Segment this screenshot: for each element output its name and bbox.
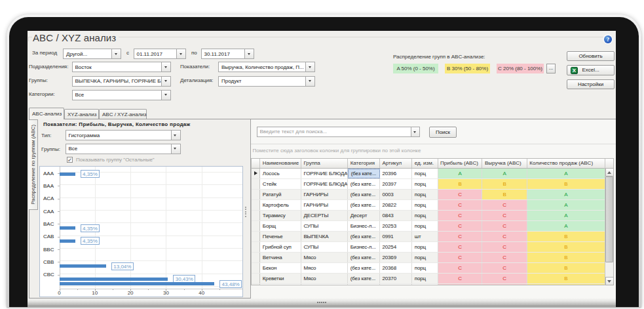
cell-name[interactable]: Стейк (260, 179, 301, 189)
cell-group[interactable]: СУПЫ (301, 221, 348, 231)
column-header[interactable]: ед. изм. (412, 159, 438, 168)
cell-sku[interactable]: 20396 (380, 169, 412, 178)
cell-revenue[interactable]: C (482, 274, 527, 283)
cell-sales[interactable]: B (527, 179, 605, 189)
cell-revenue[interactable]: C (482, 263, 527, 273)
vertical-scrollbar[interactable] (605, 168, 614, 285)
table-row[interactable]: БеконМясо(без кате...20368порцCCB (252, 263, 613, 274)
cell-sales[interactable]: A (527, 211, 605, 220)
chevron-down-icon[interactable] (176, 49, 185, 58)
cell-name[interactable]: Борщ (260, 221, 301, 231)
cell-category[interactable]: Бизнес-л... (348, 221, 380, 231)
table-row[interactable]: ПеченьеВЫПЕЧКА(без кате...0991штCCB (252, 232, 613, 242)
cell-category[interactable]: (без кате... (348, 263, 380, 273)
chevron-down-icon[interactable] (305, 77, 314, 86)
cell-group[interactable]: ГАРНИРЫ (301, 200, 348, 210)
cell-group[interactable]: ГОРЯЧИЕ БЛЮДА (301, 179, 348, 189)
subdivisions-select[interactable]: Восток (72, 62, 172, 72)
cell-sales[interactable]: B (527, 232, 605, 241)
cell-unit[interactable]: порц (412, 200, 438, 210)
settings-button[interactable]: Настройки (567, 79, 615, 89)
table-row[interactable]: КреветкиМясо(без кате...20370порцCCB (252, 274, 613, 284)
indicators-select[interactable]: Выручка, Количество продаж, П... (218, 62, 315, 72)
cell-sku[interactable] (380, 284, 412, 285)
cell-sku[interactable]: 0843 (380, 211, 412, 220)
cell-sku[interactable]: 20369 (380, 253, 412, 262)
detail-select[interactable]: Продукт (218, 76, 315, 87)
tab-abc-xyz-analysis[interactable]: ABC / XYZ-анализ (99, 109, 147, 119)
bottom-splitter[interactable] (28, 299, 616, 307)
cell-profit[interactable]: C (438, 211, 483, 220)
cell-revenue[interactable]: C (482, 211, 527, 220)
cell-unit[interactable]: порц (412, 179, 438, 189)
table-row[interactable]: ВетчинаМясо(без кате...20369порцCCB (252, 253, 613, 263)
table-row[interactable]: КартофельГАРНИРЫ(без кате...20822порцCCA (252, 200, 613, 211)
chevron-down-icon[interactable] (244, 49, 254, 58)
cell-category[interactable]: (без кате... (348, 190, 380, 199)
period-select[interactable]: Другой... (63, 49, 121, 59)
cell-unit[interactable]: порц (412, 253, 438, 262)
cell-name[interactable]: Рататуй (260, 190, 301, 199)
cell-sku[interactable]: 20254 (380, 242, 412, 252)
cell-group[interactable]: ВЫПЕЧКА (301, 232, 348, 241)
refresh-button[interactable]: Обновить (567, 51, 615, 61)
column-header[interactable]: Группа (301, 159, 348, 168)
cell-unit[interactable]: порц (412, 274, 438, 283)
cell-sku[interactable]: 20253 (380, 221, 412, 231)
cell-sales[interactable]: B (527, 263, 605, 273)
cell-sales[interactable]: A (527, 200, 605, 210)
chevron-down-icon[interactable] (171, 144, 180, 154)
scrollbar-thumb[interactable] (605, 176, 613, 262)
cell-profit[interactable]: C (438, 253, 483, 262)
cell-name[interactable]: Лосось (260, 169, 301, 178)
date-from-select[interactable]: 01.11.2017 (134, 49, 187, 59)
scroll-up-icon[interactable] (605, 168, 614, 176)
cell-sku[interactable]: 20370 (380, 274, 412, 283)
cell-group[interactable]: Мясо (301, 274, 348, 283)
cell-group[interactable]: Мясо (301, 263, 348, 273)
categories-select[interactable]: Все (72, 90, 172, 100)
cell-unit[interactable]: порц (412, 190, 438, 199)
cell-unit[interactable]: порц (412, 221, 438, 231)
cell-profit[interactable]: C (438, 221, 483, 231)
cell-unit[interactable]: шт (412, 232, 438, 241)
chevron-down-icon[interactable] (411, 127, 419, 136)
cell-revenue[interactable]: C (482, 200, 527, 210)
cell-unit[interactable]: порц (412, 242, 438, 252)
cell-sku[interactable]: 0991 (380, 232, 412, 241)
cell-name[interactable]: Грибной суп (260, 242, 301, 252)
tab-xyz-analysis[interactable]: XYZ-анализ (64, 109, 99, 119)
cell-profit[interactable]: C (438, 274, 483, 283)
cell-revenue[interactable]: C (482, 242, 527, 252)
column-header[interactable]: Наименование (260, 159, 301, 168)
cell-sales[interactable]: B (527, 274, 605, 283)
column-header[interactable]: Количество продаж (ABC) (527, 159, 605, 168)
cell-revenue[interactable]: B (482, 190, 527, 199)
cell-name[interactable]: Печенье (260, 232, 301, 241)
cell-group[interactable]: СУПЫ (301, 242, 348, 252)
chart-type-select[interactable]: Гистограмма (66, 130, 181, 140)
table-row[interactable]: Грибной супСУПЫБизнес-л...20254порцCCB (252, 242, 613, 253)
cell-group[interactable] (301, 284, 348, 285)
cell-unit[interactable]: порц (412, 263, 438, 273)
cell-sales[interactable]: A (527, 190, 605, 199)
scroll-down-icon[interactable] (605, 277, 614, 285)
cell-category[interactable]: (без кате... (348, 232, 380, 241)
cell-unit[interactable]: порц (412, 169, 438, 178)
cell-profit[interactable]: C (438, 284, 483, 285)
column-header[interactable]: Выручка (ABC) (482, 159, 527, 168)
cell-unit[interactable]: порц (412, 211, 438, 220)
cell-category[interactable]: Десерт (348, 211, 380, 220)
cell-profit[interactable]: C (438, 232, 483, 241)
cell-sales[interactable]: A (527, 169, 605, 178)
table-row[interactable]: РататуйГАРНИРЫ(без кате...0003порцCBA (252, 190, 613, 200)
cell-category[interactable]: (без кате... (348, 179, 380, 189)
cell-revenue[interactable]: A (482, 169, 527, 178)
cell-group[interactable]: ГАРНИРЫ (301, 190, 348, 199)
cell-revenue[interactable]: C (482, 284, 527, 285)
cell-sales[interactable]: B (527, 242, 605, 252)
chevron-down-icon[interactable] (305, 62, 314, 72)
cell-profit[interactable]: A (438, 169, 483, 178)
date-to-select[interactable]: 30.11.2017 (201, 49, 255, 59)
cell-name[interactable]: Бекон (260, 263, 301, 273)
